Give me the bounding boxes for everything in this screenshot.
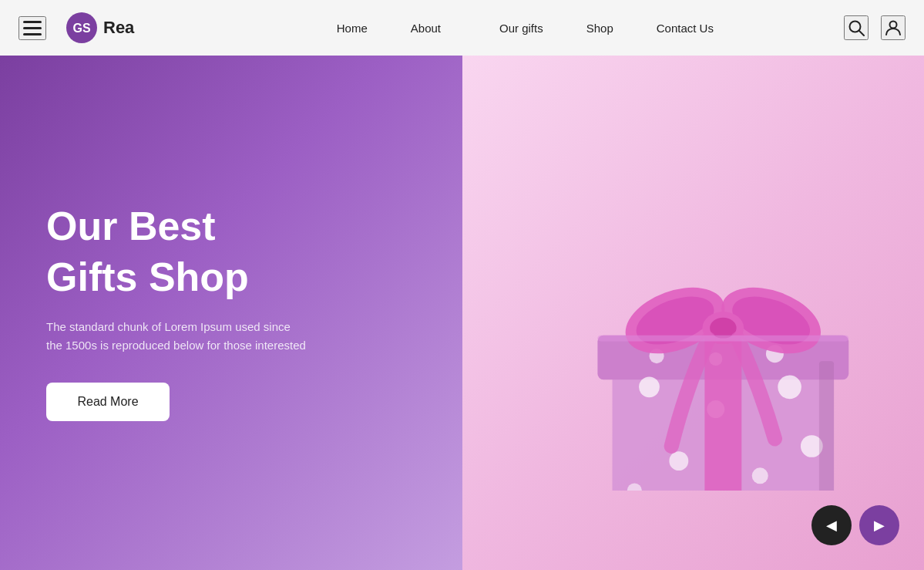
- svg-rect-25: [818, 361, 833, 491]
- logo-text: Rea: [103, 18, 134, 38]
- nav-item-our-gifts[interactable]: Our gifts: [478, 0, 565, 56]
- svg-point-7: [639, 376, 660, 397]
- next-arrow-icon: ▶: [874, 517, 885, 534]
- nav-right: Our gifts Shop Contact Us: [478, 0, 735, 56]
- svg-point-10: [669, 451, 688, 471]
- svg-line-3: [859, 31, 865, 36]
- user-icon: [885, 19, 902, 36]
- nav-item-shop[interactable]: Shop: [565, 0, 635, 56]
- svg-point-11: [751, 467, 768, 484]
- header-icons: [844, 15, 924, 40]
- nav-left: Home About: [315, 0, 462, 56]
- nav-item-contact-us[interactable]: Contact Us: [635, 0, 735, 56]
- svg-point-4: [890, 22, 897, 29]
- logo-icon: GS: [65, 11, 99, 45]
- svg-rect-24: [597, 335, 848, 341]
- nav-arrows: ◀ ▶: [811, 505, 899, 545]
- svg-point-9: [778, 375, 801, 399]
- prev-slide-button[interactable]: ◀: [811, 505, 852, 545]
- header: GS Rea Home About Our gifts Shop Contact…: [0, 0, 924, 56]
- hero-right-panel: ◀ ▶: [462, 56, 924, 570]
- nav-item-about[interactable]: About: [389, 0, 462, 56]
- user-account-button[interactable]: [881, 15, 906, 40]
- hero-section: Our Best Gifts Shop The standard chunk o…: [0, 56, 924, 570]
- prev-arrow-icon: ◀: [826, 517, 837, 534]
- header-right: Our gifts Shop Contact Us: [462, 0, 924, 56]
- header-left: GS Rea Home About: [0, 0, 462, 56]
- read-more-button[interactable]: Read More: [46, 383, 170, 421]
- hero-title-line2: Gifts Shop: [46, 255, 416, 299]
- logo[interactable]: GS Rea: [65, 11, 134, 45]
- svg-text:GS: GS: [72, 22, 90, 35]
- hamburger-menu[interactable]: [18, 16, 46, 40]
- svg-rect-17: [704, 335, 741, 490]
- next-slide-button[interactable]: ▶: [859, 505, 899, 545]
- hero-description: The standard chunk of Lorem Ipsum used s…: [46, 318, 308, 355]
- gift-box-svg: [509, 136, 879, 491]
- gift-image: [462, 56, 924, 570]
- hero-left-panel: Our Best Gifts Shop The standard chunk o…: [0, 56, 462, 570]
- search-icon: [848, 19, 865, 36]
- nav-item-home[interactable]: Home: [315, 0, 389, 56]
- hero-title-line1: Our Best: [46, 204, 416, 248]
- search-button[interactable]: [844, 15, 869, 40]
